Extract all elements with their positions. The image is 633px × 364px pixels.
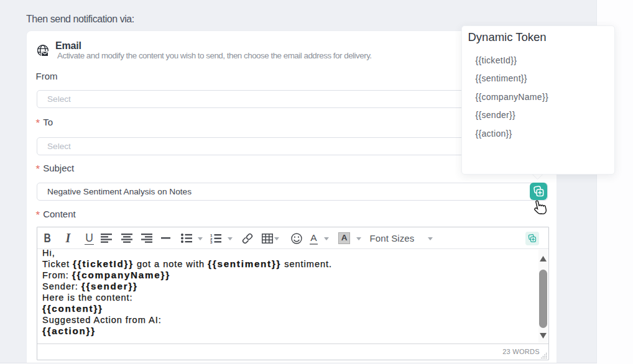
- svg-text:3: 3: [210, 240, 213, 243]
